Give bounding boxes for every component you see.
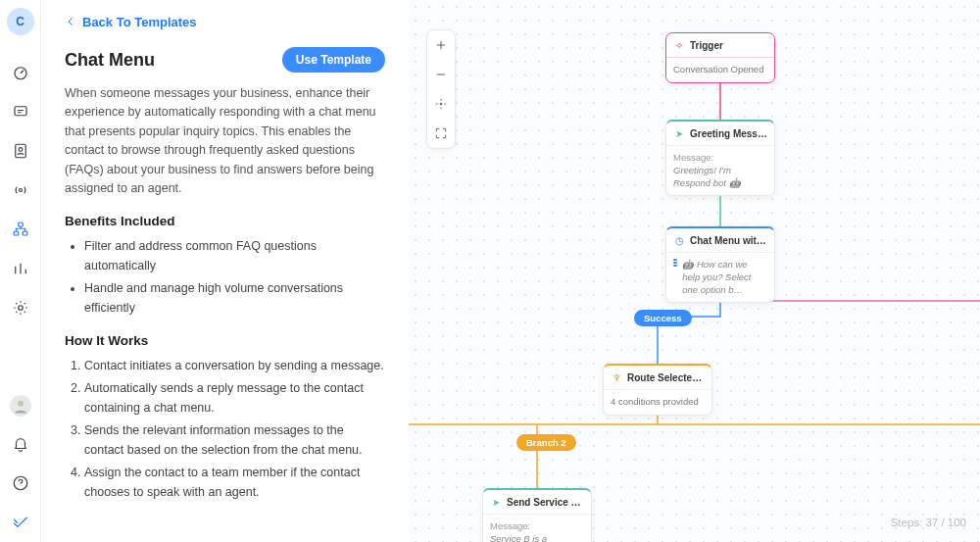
zoom-out-button[interactable] [427,60,455,89]
edge-label-branch-2[interactable]: Branch 2 [516,434,576,451]
workflows-icon[interactable] [9,218,32,241]
zoom-fullscreen-button[interactable] [427,119,455,148]
settings-icon[interactable] [9,296,32,320]
chevron-left-icon [65,16,76,27]
benefits-heading: Benefits Included [65,214,385,228]
svg-point-8 [18,306,23,311]
how-it-works-list: Contact initiates a conversation by send… [65,356,385,502]
nav-rail: C [0,0,41,542]
node-body: 🤖 How can we help you? Select one option… [666,253,774,302]
template-details-panel: Back To Templates Chat Menu Use Template… [41,0,409,542]
list-item: Sends the relevant information messages … [84,420,385,460]
back-label: Back To Templates [82,15,197,29]
notifications-icon[interactable] [9,432,32,456]
branch-icon: ♆ [611,371,622,383]
svg-rect-6 [14,231,19,235]
node-route-selected[interactable]: ♆ Route Selected Chat … 4 conditions pro… [603,364,712,416]
list-item: Automatically sends a reply message to t… [84,378,385,418]
svg-point-11 [440,103,442,105]
node-greeting-message[interactable]: ➤ Greeting Message Message: Greetings! I… [665,120,775,196]
message-text: Service B is a personalized [490,533,584,542]
clock-icon: ◷ [673,234,685,246]
node-chat-menu[interactable]: ◷ Chat Menu with All Op… 🤖 How can we he… [665,226,775,303]
list-item: Filter and address common FAQ questions … [84,236,385,275]
message-text: Greetings! I'm Respond bot 🤖 [673,165,767,190]
send-icon: ➤ [490,496,502,508]
use-template-button[interactable]: Use Template [282,47,385,73]
node-body: 4 conditions provided [604,390,711,415]
reports-icon[interactable] [9,257,32,280]
brand-logo-icon [9,511,32,534]
node-body: Message: Greetings! I'm Respond bot 🤖 [666,146,774,195]
message-label: Message: [673,152,767,165]
node-body: Conversation Opened [666,58,774,82]
node-title: Route Selected Chat … [627,372,705,383]
svg-point-9 [18,401,24,407]
bolt-icon: ✧ [673,39,685,51]
svg-point-3 [19,148,23,152]
svg-point-4 [19,189,22,192]
dashboard-icon[interactable] [9,61,32,84]
zoom-recenter-button[interactable] [427,89,455,119]
messages-icon[interactable] [9,100,32,123]
node-title: Send Service B Inform… [507,497,584,508]
edge-label-success[interactable]: Success [634,310,692,326]
list-item: Assign the contact to a team member if t… [84,463,385,502]
node-title: Greeting Message [690,128,767,139]
zoom-controls [426,29,456,149]
contacts-icon[interactable] [9,139,32,163]
svg-rect-7 [23,231,27,235]
workflow-canvas[interactable]: ✧ Trigger Conversation Opened ➤ Greeting… [409,0,980,542]
steps-counter: Steps: 37 / 100 [891,517,966,528]
broadcast-icon[interactable] [9,178,32,202]
help-icon[interactable] [9,471,32,495]
template-title: Chat Menu [65,50,155,71]
node-send-service-b[interactable]: ➤ Send Service B Inform… Message: Servic… [482,488,592,542]
list-item: Contact initiates a conversation by send… [84,356,385,375]
user-avatar[interactable] [10,395,31,417]
message-text: 🤖 How can we help you? Select one option… [682,259,767,296]
message-label: Message: [490,520,584,533]
how-it-works-heading: How It Works [65,333,385,348]
menu-icon [673,259,677,267]
node-title: Trigger [690,40,767,51]
list-item: Handle and manage high volume conversati… [84,278,385,318]
back-to-templates-link[interactable]: Back To Templates [65,15,197,29]
benefits-list: Filter and address common FAQ questions … [65,236,385,318]
node-body: Message: Service B is a personalized [483,515,591,542]
workspace-avatar[interactable]: C [7,8,34,35]
node-title: Chat Menu with All Op… [690,235,767,246]
send-icon: ➤ [673,127,685,139]
svg-rect-5 [18,222,23,226]
zoom-in-button[interactable] [427,30,455,60]
svg-rect-1 [15,107,26,116]
node-trigger[interactable]: ✧ Trigger Conversation Opened [665,32,775,83]
template-description: When someone messages your business, enh… [65,84,385,198]
